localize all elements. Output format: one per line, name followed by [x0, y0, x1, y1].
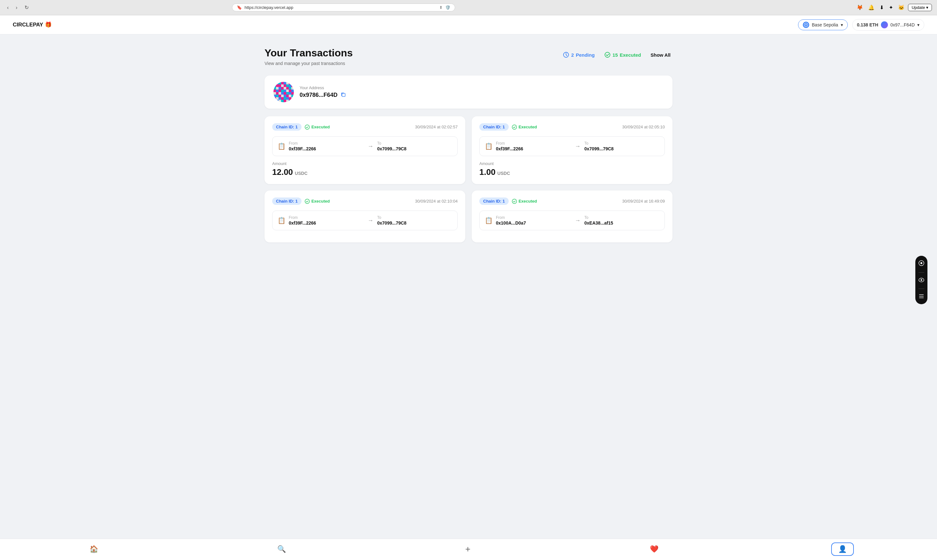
amount-num-1: 12.00 [272, 167, 293, 177]
tx-badges-1: Chain ID: 1 Executed [272, 123, 330, 131]
tx-header-4: Chain ID: 1 Executed 30/09/2024 at 16:49… [479, 197, 665, 205]
filter-buttons: 2 Pending 15 Executed Show All [561, 50, 672, 59]
chat-widget-button[interactable] [918, 260, 925, 268]
svg-rect-8 [281, 82, 284, 85]
from-label-2: From [496, 141, 571, 146]
amount-label-1: Amount [272, 161, 458, 166]
nav-favorites[interactable]: ❤️ [643, 543, 665, 555]
pending-count: 2 [571, 52, 574, 58]
svg-rect-11 [289, 82, 291, 85]
svg-rect-55 [279, 97, 281, 100]
tx-timestamp-4: 30/09/2024 at 16:49:09 [622, 199, 665, 203]
eye-widget-button[interactable] [918, 277, 925, 284]
amount-currency-2: USDC [498, 171, 510, 176]
svg-rect-64 [281, 100, 284, 102]
cat-icon[interactable]: 🐱 [897, 3, 906, 11]
tx-to-4: To 0xEA38...af15 [584, 215, 660, 226]
url-bar[interactable]: 🔖 https://circlepay.vercel.app ⬆ 🛡️ [232, 3, 455, 11]
network-selector[interactable]: Base Sepolia ▾ [798, 19, 848, 30]
svg-point-72 [512, 125, 516, 129]
bell-icon[interactable]: 🔔 [866, 3, 876, 11]
svg-rect-6 [276, 82, 279, 85]
svg-rect-12 [291, 82, 294, 85]
wallet-icon-3: 📋 [277, 217, 285, 224]
header-right: Base Sepolia ▾ 0.138 ETH 0x97...F64D ▾ [798, 19, 924, 31]
executed-icon-3 [305, 199, 310, 204]
eye-widget-icon [919, 278, 924, 282]
floating-widget [915, 256, 928, 304]
eth-amount: 0.138 ETH [857, 22, 878, 28]
svg-rect-65 [284, 100, 286, 102]
pending-filter[interactable]: 2 Pending [561, 50, 596, 59]
star-icon[interactable]: ✦ [887, 3, 895, 11]
fox-icon[interactable]: 🦊 [855, 3, 865, 11]
status-text-4: Executed [519, 199, 537, 203]
forward-button[interactable]: › [14, 3, 19, 12]
browser-chrome: ‹ › ↻ 🔖 https://circlepay.vercel.app ⬆ 🛡… [0, 0, 937, 15]
from-label-4: From [496, 215, 571, 220]
profile-icon: 👤 [838, 545, 847, 553]
svg-rect-56 [281, 97, 284, 100]
browser-actions: 🦊 🔔 ⬇ ✦ 🐱 Update ▾ [855, 3, 932, 11]
svg-rect-61 [273, 100, 276, 102]
svg-rect-53 [273, 97, 276, 100]
nav-search[interactable]: 🔍 [271, 543, 292, 555]
to-label-2: To [584, 141, 660, 146]
back-button[interactable]: ‹ [5, 3, 11, 12]
svg-point-71 [305, 125, 310, 129]
download-icon[interactable]: ⬇ [878, 3, 885, 11]
svg-rect-66 [286, 100, 289, 102]
search-icon: 🔍 [277, 545, 286, 553]
transaction-card-3: Chain ID: 1 Executed 30/09/2024 at 02:10… [265, 191, 465, 242]
wallet-selector[interactable]: 0.138 ETH 0x97...F64D ▾ [852, 19, 924, 31]
svg-rect-39 [279, 92, 281, 95]
copy-icon [341, 92, 346, 97]
to-address-4: 0xEA38...af15 [584, 220, 660, 226]
update-button[interactable]: Update ▾ [908, 4, 932, 11]
list-widget-button[interactable] [918, 293, 925, 300]
svg-point-74 [512, 199, 516, 203]
page-title: Your Transactions [265, 47, 353, 59]
show-all-filter[interactable]: Show All [649, 51, 672, 59]
copy-address-button[interactable] [340, 91, 347, 99]
svg-rect-51 [289, 95, 291, 97]
nav-home[interactable]: 🏠 [83, 543, 105, 555]
arrow-4: → [571, 217, 584, 224]
network-icon [803, 22, 809, 28]
svg-rect-50 [286, 95, 289, 97]
tx-header-1: Chain ID: 1 Executed 30/09/2024 at 02:02… [272, 123, 458, 131]
svg-rect-42 [286, 92, 289, 95]
svg-rect-54 [276, 97, 279, 100]
svg-rect-5 [273, 82, 276, 85]
reload-button[interactable]: ↻ [23, 3, 31, 12]
svg-rect-63 [279, 100, 281, 102]
page-title-section: Your Transactions View and manage your p… [265, 47, 353, 66]
add-icon: + [465, 544, 470, 554]
svg-rect-52 [291, 95, 294, 97]
to-label-3: To [378, 215, 453, 220]
main-content: Your Transactions View and manage your p… [245, 34, 692, 538]
nav-profile[interactable]: 👤 [831, 543, 854, 556]
svg-rect-19 [289, 85, 291, 87]
clock-icon [563, 52, 569, 58]
svg-rect-31 [279, 89, 281, 92]
chain-badge-1: Chain ID: 1 [272, 123, 302, 131]
wallet-chevron: ▾ [917, 22, 920, 28]
svg-rect-49 [284, 95, 286, 97]
svg-rect-23 [279, 87, 281, 89]
tx-timestamp-2: 30/09/2024 at 02:05:10 [622, 125, 665, 129]
svg-rect-34 [286, 89, 289, 92]
status-badge-3: Executed [305, 199, 330, 204]
nav-add[interactable]: + [459, 542, 477, 556]
page-header: Your Transactions View and manage your p… [265, 47, 672, 66]
tx-transfer-4: 📋 From 0x100A...D0a7 → To 0xEA38...af15 [479, 211, 665, 230]
app-logo: CIRCLEPAY 🎁 [13, 22, 52, 28]
to-label-1: To [378, 141, 453, 146]
wallet-icon-2: 📋 [485, 142, 493, 150]
chat-widget-icon [919, 260, 924, 266]
svg-rect-43 [289, 92, 291, 95]
svg-rect-29 [273, 89, 276, 92]
executed-filter[interactable]: 15 Executed [603, 50, 643, 59]
svg-rect-32 [281, 89, 284, 92]
chain-badge-4: Chain ID: 1 [479, 197, 509, 205]
